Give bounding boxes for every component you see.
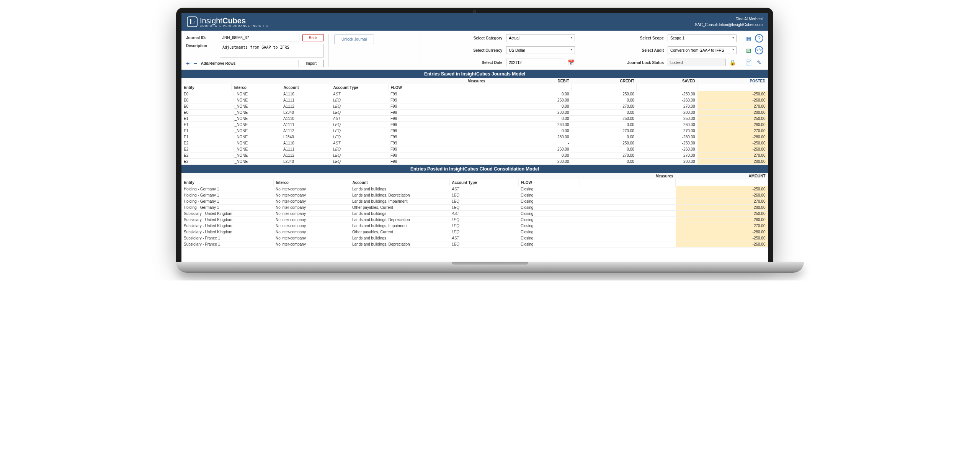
audit-label: Select Audit — [579, 48, 664, 52]
remove-row-icon[interactable]: − — [193, 60, 197, 67]
unlock-journal-button[interactable]: Unlock Journal — [334, 34, 374, 44]
table-row[interactable]: E0I_NONEA1112LEQF990.00270.00270.00270.0… — [181, 103, 768, 110]
logo-tagline: CORPORATE PERFORMANCE INSIGHTS — [200, 25, 269, 27]
calendar-icon[interactable]: 📅 — [567, 58, 575, 67]
t1-col-entity: Entity — [181, 84, 231, 91]
lock-icon: 🔒 — [728, 58, 737, 67]
scope-select[interactable]: Scope 1 — [668, 34, 737, 42]
table-row[interactable]: E0I_NONEA1110ASTF990.00250.00-250.00-250… — [181, 91, 768, 97]
table-row[interactable]: Holding - Germany 1No inter-companyLands… — [181, 192, 768, 198]
t1-col-account: Account — [281, 84, 331, 91]
table-row[interactable]: Holding - Germany 1No inter-companyLands… — [181, 198, 768, 205]
logo-text-prefix: Insight — [200, 16, 222, 25]
scope-label: Select Scope — [579, 36, 664, 40]
lock-status-field — [668, 59, 726, 66]
excel-icon[interactable]: ▧ — [744, 46, 753, 54]
t1-col-credit: CREDIT — [571, 78, 636, 84]
t1-col-accttype: Account Type — [331, 84, 388, 91]
user-email: SAC_Consolidation@InsightCubes.com — [695, 22, 763, 28]
table-row[interactable]: E0I_NONEL2340LEQF99280.000.00-280.00-280… — [181, 110, 768, 116]
date-label: Select Date — [425, 61, 502, 65]
logo: i□ InsightCubes CORPORATE PERFORMANCE IN… — [187, 16, 269, 27]
pdf-icon[interactable]: 📄 — [744, 58, 753, 67]
table-row[interactable]: E0I_NONEA1111LEQF99260.000.00-260.00-260… — [181, 97, 768, 103]
table-row[interactable]: E2I_NONEA1111LEQF99260.000.00-260.00-260… — [181, 146, 768, 152]
audit-select[interactable]: Conversion from GAAP to IFRS — [668, 46, 737, 54]
t1-col-posted: POSTED — [697, 78, 768, 84]
t2-col-entity: Entity — [181, 179, 273, 186]
t2-col-flow: FLOW — [518, 179, 580, 186]
t2-col-interco: Interco — [273, 179, 350, 186]
date-input[interactable] — [506, 59, 564, 66]
table-row[interactable]: E1I_NONEA1112LEQF990.00270.00270.00270.0… — [181, 128, 768, 134]
app-header: i□ InsightCubes CORPORATE PERFORMANCE IN… — [181, 13, 768, 31]
table-row[interactable]: Subsidiary - France 1No inter-companyLan… — [181, 241, 768, 248]
laptop-base — [176, 262, 804, 273]
code-icon[interactable]: </> — [755, 46, 763, 54]
add-row-icon[interactable]: + — [186, 60, 189, 67]
logo-text-bold: Cubes — [222, 16, 246, 25]
user-name: Dina Al Merhebi — [695, 16, 763, 22]
table-row[interactable]: Holding - Germany 1No inter-companyOther… — [181, 205, 768, 211]
table-row[interactable]: Subsidiary - United KingdomNo inter-comp… — [181, 223, 768, 229]
t1-measures-label: Measures — [438, 78, 515, 84]
table-row[interactable]: Subsidiary - United KingdomNo inter-comp… — [181, 229, 768, 235]
journal-id-input[interactable] — [220, 34, 299, 41]
table-row[interactable]: E2I_NONEA1110ASTF99-250.00-250.00-250.00 — [181, 140, 768, 146]
logo-icon: i□ — [187, 16, 198, 27]
camera-icon — [473, 10, 476, 13]
toolbar: Journal ID: Back Description Adjustments… — [181, 31, 768, 70]
category-label: Select Category — [425, 36, 502, 40]
help-icon[interactable]: ? — [755, 34, 763, 43]
t1-col-debit: DEBIT — [515, 78, 571, 84]
banner-saved: Entries Saved in InsightCubes Journals M… — [181, 70, 768, 78]
journal-id-label: Journal ID: — [186, 36, 217, 40]
category-select[interactable]: Actual — [506, 34, 575, 42]
edit-icon[interactable]: ✎ — [755, 58, 763, 67]
table-row[interactable]: Subsidiary - France 1No inter-companyLan… — [181, 235, 768, 241]
saved-entries-table: Measures DEBIT CREDIT SAVED POSTED Entit… — [181, 78, 768, 165]
banner-posted: Entries Posted in InsightCubes Cloud Con… — [181, 165, 768, 173]
currency-select[interactable]: US Dollar — [506, 46, 575, 54]
t2-col-account: Account — [350, 179, 449, 186]
t2-col-amount: AMOUNT — [676, 173, 768, 179]
currency-label: Select Currency — [425, 48, 502, 52]
t1-col-interco: Interco — [231, 84, 281, 91]
description-label: Description — [186, 44, 217, 48]
table-row[interactable]: Subsidiary - United KingdomNo inter-comp… — [181, 211, 768, 217]
table-row[interactable]: E1I_NONEA1111LEQF99260.000.00-260.00-260… — [181, 122, 768, 128]
lock-status-label: Journal Lock Status — [579, 61, 664, 65]
t1-col-saved: SAVED — [637, 78, 697, 84]
table-row[interactable]: E2I_NONEA1112LEQF990.00270.00270.00270.0… — [181, 152, 768, 159]
description-input[interactable]: Adjustments from GAAP to IFRS — [220, 44, 324, 57]
back-button[interactable]: Back — [302, 34, 324, 41]
table-row[interactable]: E2I_NONEL2340LEQF99280.000.00-280.00-280… — [181, 159, 768, 165]
t2-measures-label: Measures — [580, 173, 676, 179]
grid-icon[interactable]: ▦ — [744, 34, 753, 43]
table-row[interactable]: Holding - Germany 1No inter-companyLands… — [181, 186, 768, 192]
table-row[interactable]: E1I_NONEL2340LEQF99280.000.00-280.00-280… — [181, 134, 768, 140]
table-row[interactable]: Subsidiary - United KingdomNo inter-comp… — [181, 217, 768, 223]
t1-col-flow: FLOW — [388, 84, 438, 91]
addremove-label: Add/Remove Rows — [201, 61, 236, 66]
posted-entries-table: Measures AMOUNT Entity Interco Account A… — [181, 173, 768, 248]
table-row[interactable]: E1I_NONEA1110ASTF990.00250.00-250.00-250… — [181, 116, 768, 122]
import-button[interactable]: Import — [299, 60, 324, 67]
t2-col-accttype: Account Type — [449, 179, 518, 186]
